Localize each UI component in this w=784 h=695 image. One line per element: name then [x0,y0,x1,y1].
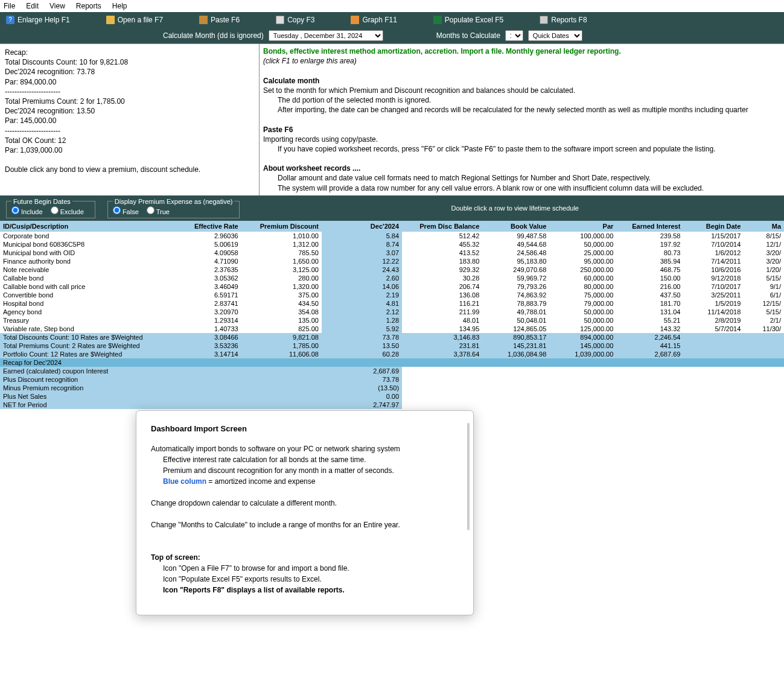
cell: 1,039,000.00 [549,350,616,358]
col-id[interactable]: ID/Cusip/Description [0,221,174,232]
cell: 354.08 [241,308,322,316]
grid-header-row: ID/Cusip/Description Effective Rate Prem… [0,221,784,232]
menu-edit[interactable]: Edit [26,2,39,10]
cell: 929.32 [402,265,482,274]
cell: 250,000.00 [549,265,616,274]
table-row[interactable]: Note receivable2.376353,125.0024.43929.3… [0,265,784,274]
cell: 124,865.05 [482,325,549,333]
cell: 1,785.00 [241,341,322,350]
cell: Treasury [0,316,174,325]
exclude-radio[interactable]: Exclude [51,208,84,215]
cell: 50,000.00 [549,240,616,249]
col-balance[interactable]: Prem Disc Balance [402,221,482,232]
table-row[interactable]: Treasury1.29314135.001.2848.0150,048.015… [0,316,784,325]
graph-button[interactable]: Graph F11 [351,16,397,24]
cell: 9/12/2018 [683,274,744,282]
cell [744,333,784,341]
cell: 434.50 [241,299,322,308]
menu-view[interactable]: View [49,2,65,10]
info-text: Dollar amount and date value cell format… [278,173,780,183]
quick-dates-select[interactable]: Quick Dates [528,30,582,41]
cell: 468.75 [616,265,683,274]
cell: 3.07 [322,249,402,257]
col-par[interactable]: Par [549,221,616,232]
col-premdisc[interactable]: Premium Discount [241,221,322,232]
cell: 7/10/2017 [683,282,744,291]
menu-reports[interactable]: Reports [76,2,101,10]
col-earned[interactable]: Earned Interest [616,221,683,232]
menu-help[interactable]: Help [112,2,127,10]
cell: 143.32 [616,325,683,333]
months-select[interactable]: 1 [505,30,523,41]
cell: 1,010.00 [241,232,322,240]
paste-icon [199,16,208,24]
group-title: Display Premium Expense as (negative) [113,198,235,205]
table-row[interactable]: Municipal bond with OID4.09058785.503.07… [0,249,784,257]
cell: 3/20/ [744,257,784,265]
total-row[interactable]: Total Discounts Count: 10 Rates are $Wei… [0,333,784,341]
table-row[interactable]: Corporate bond2.960361,010.005.84512.429… [0,232,784,240]
reports-label: Reports F8 [551,16,587,24]
copy-button[interactable]: Copy F3 [276,16,314,24]
table-row[interactable]: Agency bond3.20970354.082.12211.9949,788… [0,308,784,316]
col-month[interactable]: Dec'2024 [322,221,402,232]
total-row[interactable]: Portfolio Count: 12 Rates are $Weighted3… [0,350,784,358]
cell: 3,146.83 [402,333,482,341]
premium-expense-group: Display Premium Expense as (negative) Fa… [107,198,240,218]
cell: 6/1/ [744,291,784,299]
recap-row: Earned (calculated) coupon Interest2,687… [0,367,784,375]
cell: 512.42 [402,232,482,240]
cell: Variable rate, Step bond [0,325,174,333]
col-begin[interactable]: Begin Date [683,221,744,232]
recap-line: Par: 145,000.00 [5,116,254,125]
cell: Hospital bond [0,299,174,308]
total-row[interactable]: Total Premiums Count: 2 Rates are $Weigh… [0,341,784,350]
cell: 55.21 [616,316,683,325]
recap-hint: Double click any bond to view a premium,… [5,165,254,174]
recap-line: Par: 1,039,000.00 [5,145,254,155]
recap-sep: ----------------------- [5,87,254,97]
col-book[interactable]: Book Value [482,221,549,232]
table-row[interactable]: Callable bond3.05362280.002.6030.2859,96… [0,274,784,282]
cell: 825.00 [241,325,322,333]
calc-month-select[interactable]: Tuesday , December 31, 2024 [269,30,383,41]
bond-grid: ID/Cusip/Description Effective Rate Prem… [0,221,784,409]
recap-row: Plus Net Sales0.00 [0,392,784,401]
recap-label: Minus Premium recognition [0,384,174,392]
enlarge-help-button[interactable]: ? Enlarge Help F1 [6,16,70,24]
include-radio[interactable]: Include [11,208,43,215]
paste-button[interactable]: Paste F6 [199,16,240,24]
col-rate[interactable]: Effective Rate [174,221,241,232]
table-row[interactable]: Convertible bond6.59171375.002.19136.087… [0,291,784,299]
false-radio[interactable]: False [113,208,139,215]
cell: 2.96036 [174,232,241,240]
table-row[interactable]: Hospital bond2.83741434.504.81116.2178,8… [0,299,784,308]
cell: 9/1/ [744,282,784,291]
cell: Finance authority bond [0,257,174,265]
menu-file[interactable]: File [4,2,15,10]
open-file-button[interactable]: Open a file F7 [106,16,163,24]
cell: 9,821.08 [241,333,322,341]
reports-button[interactable]: Reports F8 [540,16,587,24]
table-row[interactable]: Variable rate, Step bond1.40733825.005.9… [0,325,784,333]
cell: 1,312.00 [241,240,322,249]
table-row[interactable]: Finance authority bond4.710901,650.0012.… [0,257,784,265]
table-row[interactable]: Municipal bond 60836C5P85.006191,312.008… [0,240,784,249]
cell: 24,586.48 [482,249,549,257]
cell: 3.46049 [174,282,241,291]
cell: 1.40733 [174,325,241,333]
info-text: Importing records using copy/paste. [263,135,780,144]
paste-label: Paste F6 [211,16,240,24]
recap-row: Plus Discount recognition73.78 [0,375,784,384]
cell: 95,183.80 [482,257,549,265]
col-mat[interactable]: Ma [744,221,784,232]
info-title: Bonds, effective interest method amortiz… [263,46,780,56]
cell: 95,000.00 [549,257,616,265]
cell: 125,000.00 [549,325,616,333]
cell: 8.74 [322,240,402,249]
table-row[interactable]: Callable bond with call price3.460491,32… [0,282,784,291]
cell: Total Premiums Count: 2 Rates are $Weigh… [0,341,174,350]
populate-excel-button[interactable]: Populate Excel F5 [433,16,503,24]
recap-line: Par: 894,000.00 [5,77,254,87]
true-radio[interactable]: True [147,208,170,215]
